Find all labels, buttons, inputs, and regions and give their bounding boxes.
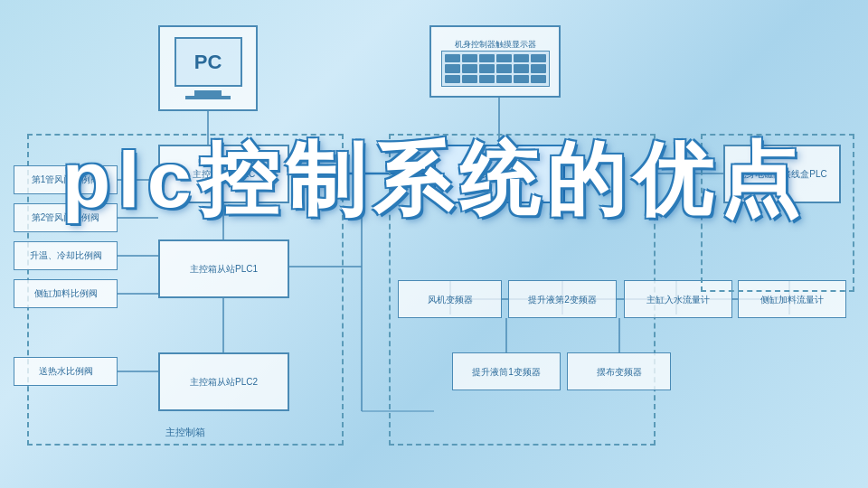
slave-plc1-box: 主控箱从站PLC1 bbox=[158, 239, 289, 298]
sway-inverter-box: 摆布变频器 bbox=[567, 352, 671, 390]
left-box-label-2: 升温、冷却比例阀 bbox=[30, 249, 102, 262]
left-box-3: 侧缸加料比例阀 bbox=[14, 279, 118, 308]
fan-inverter-label: 风机变频器 bbox=[428, 294, 473, 305]
left-box-label-3: 侧缸加料比例阀 bbox=[34, 287, 98, 300]
main-control-label: 主控制箱 bbox=[165, 426, 205, 439]
body-plc-box: 机身控制PLC bbox=[434, 145, 565, 203]
left-box-label-4: 送热水比例阀 bbox=[39, 365, 93, 378]
main-flow-label: 主缸入水流量计 bbox=[646, 294, 710, 305]
left-box-label-0: 第1管风门比例阀 bbox=[32, 174, 100, 186]
pc-box: PC bbox=[158, 25, 258, 111]
side-flow-label: 侧缸加料流量计 bbox=[760, 294, 824, 305]
display-screen bbox=[441, 51, 550, 87]
valve-plc-box: 机身电磁阀接线盒PLC bbox=[723, 145, 841, 203]
body-plc-label: 机身控制PLC bbox=[473, 168, 526, 181]
display-unit: 机身控制器触摸显示器 bbox=[429, 25, 561, 98]
lift2-inverter-label: 提升液第2变频器 bbox=[528, 294, 597, 305]
left-box-label-1: 第2管风门比例阀 bbox=[32, 211, 100, 224]
master-plc-box: 主控箱主站PLC bbox=[158, 145, 289, 203]
lift1-inverter-label: 提升液筒1变频器 bbox=[472, 366, 541, 378]
lift1-inverter-box: 提升液筒1变频器 bbox=[452, 352, 561, 390]
left-box-2: 升温、冷却比例阀 bbox=[14, 241, 118, 270]
left-box-0: 第1管风门比例阀 bbox=[14, 165, 118, 194]
pc-screen: PC bbox=[175, 37, 242, 87]
lift2-inverter-box: 提升液第2变频器 bbox=[508, 280, 617, 318]
left-box-4: 送热水比例阀 bbox=[14, 357, 118, 386]
pc-base bbox=[185, 96, 231, 99]
valve-plc-label: 机身电磁阀接线盒PLC bbox=[737, 168, 826, 181]
sway-inverter-label: 摆布变频器 bbox=[597, 366, 642, 378]
left-box-1: 第2管风门比例阀 bbox=[14, 203, 118, 232]
pc-label: PC bbox=[194, 51, 222, 74]
display-unit-label: 机身控制器触摸显示器 bbox=[455, 39, 536, 51]
fan-inverter-box: 风机变频器 bbox=[398, 280, 502, 318]
master-plc-label: 主控箱主站PLC bbox=[193, 168, 255, 181]
slave-plc1-label: 主控箱从站PLC1 bbox=[190, 263, 258, 276]
diagram-container: PC 机身控制器触摸显示器 主控制箱 主控箱主站PLC 主控箱从站PLC1 主控… bbox=[0, 0, 868, 488]
slave-plc2-label: 主控箱从站PLC2 bbox=[190, 376, 258, 389]
slave-plc2-box: 主控箱从站PLC2 bbox=[158, 352, 289, 411]
